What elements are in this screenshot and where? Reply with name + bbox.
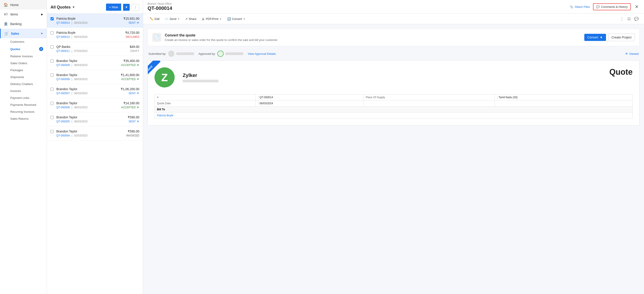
sidebar-item-shipments[interactable]: Shipments	[10, 74, 47, 81]
quote-customer: Brandon Taylor	[56, 73, 118, 77]
quote-status: SENT 👁	[121, 92, 139, 95]
pdf-print-button[interactable]: 🖨 PDF/Print ▼	[200, 16, 224, 22]
quote-list-item[interactable]: Brandon Taylor QT-000006 | 06/03/2023 ₹1…	[47, 98, 143, 112]
pdf-icon: 🖨	[202, 17, 204, 21]
quotes-title[interactable]: All Quotes ▼	[50, 5, 75, 10]
share-button[interactable]: ↗ Share	[183, 16, 199, 22]
items-icon: 🏷	[4, 12, 8, 16]
quote-checkbox[interactable]	[50, 130, 54, 133]
pdf-arrow-icon: ▼	[220, 18, 222, 20]
quote-list-item[interactable]: Brandon Taylor QT-000005 | 06/03/2023 ₹5…	[47, 112, 143, 126]
sidebar-item-sales-orders[interactable]: Sales Orders	[10, 60, 47, 67]
quote-id[interactable]: QT-000011	[56, 50, 70, 53]
create-project-button[interactable]: Create Project	[608, 34, 635, 41]
quote-checkbox[interactable]	[50, 46, 54, 49]
quote-checkbox[interactable]	[50, 116, 54, 119]
quote-checkbox[interactable]	[50, 17, 54, 20]
quote-number-value: : QT-000014	[256, 94, 364, 101]
send-icon: ✉️	[165, 17, 168, 21]
quote-customer: Brandon Taylor	[56, 59, 118, 63]
quote-amount: ₹1,41,600.00 ACCEPTED 👁	[121, 73, 139, 81]
sidebar-item-quotes[interactable]: Quotes +	[10, 45, 47, 53]
quote-date-separator: |	[72, 64, 72, 67]
convert-toolbar-button[interactable]: 🔄 Convert ▼	[225, 16, 248, 22]
add-quote-button[interactable]: +	[39, 47, 43, 51]
attach-files-button[interactable]: 📎 Attach Files	[570, 5, 590, 9]
quote-meta: QT-000009 | 06/03/2023	[56, 64, 118, 67]
submitted-by: Submitted by:	[148, 51, 194, 57]
quote-status: SENT 👁	[124, 21, 139, 24]
quote-date: 06/03/2023	[74, 92, 88, 95]
quote-customer: Brandon Taylor	[56, 130, 124, 133]
toolbar-comment-button[interactable]: 💬	[633, 16, 640, 22]
sidebar-item-payment-links[interactable]: Payment Links	[10, 94, 47, 101]
view-approval-link[interactable]: View Approval Details	[248, 52, 276, 56]
quote-checkbox[interactable]	[50, 88, 54, 91]
sidebar-item-retainer-invoices[interactable]: Retainer Invoices	[10, 53, 47, 60]
detail-panel: Branch: Head Office QT-000014 📎 Attach F…	[143, 0, 644, 294]
sidebar-item-invoices[interactable]: Invoices	[10, 88, 47, 94]
quote-id[interactable]: QT-000007	[56, 92, 70, 95]
customer-link[interactable]: Patricia Boyle	[157, 114, 173, 117]
quote-meta: QT-000007 | 06/03/2023	[56, 92, 118, 95]
send-button[interactable]: ✉️ Send ▼	[162, 16, 182, 22]
quote-id[interactable]: QT-000014	[56, 21, 70, 24]
sidebar-item-items[interactable]: 🏷 Items ▶	[0, 10, 47, 19]
quote-customer: Brandon Taylor	[56, 101, 118, 105]
quote-list-item[interactable]: Brandon Taylor QT-000008 | 06/03/2023 ₹1…	[47, 70, 143, 84]
sidebar-item-recurring-invoices[interactable]: Recurring Invoices	[10, 108, 47, 115]
sidebar-item-payments-received[interactable]: Payments Received	[10, 101, 47, 108]
quote-checkbox[interactable]	[50, 31, 54, 35]
quote-list-item[interactable]: Patricia Boyle QT-000014 | 06/03/2024 ₹1…	[47, 14, 143, 28]
quote-list-more-button[interactable]: ⋮	[132, 4, 139, 11]
edit-button[interactable]: ✏️ Edit	[148, 16, 162, 22]
quote-list-item[interactable]: Brandon Taylor QT-000007 | 06/03/2023 ₹1…	[47, 84, 143, 98]
sidebar: 🏠 Home 🏷 Items ▶ 🏦 Banking 🛒 Sales ▼ Cus…	[0, 0, 47, 294]
quote-id[interactable]: QT-000005	[56, 120, 70, 123]
quote-list-item[interactable]: Brandon Taylor QT-000009 | 06/03/2023 ₹3…	[47, 56, 143, 70]
sidebar-item-sales[interactable]: 🛒 Sales ▼	[0, 29, 47, 38]
convert-button[interactable]: Convert ▼	[584, 34, 606, 41]
eye-icon: 👁	[137, 78, 139, 81]
quote-checkbox[interactable]	[50, 60, 54, 63]
sent-ribbon: Sent	[148, 61, 168, 81]
quote-status: ACCEPTED 👁	[121, 64, 139, 67]
quote-id[interactable]: QT-000006	[56, 106, 70, 109]
quote-id[interactable]: QT-000009	[56, 64, 70, 67]
sidebar-item-home[interactable]: 🏠 Home	[0, 0, 47, 10]
sidebar-item-customers[interactable]: Customers	[10, 38, 47, 45]
toolbar-check-button[interactable]: ☑	[626, 16, 632, 22]
sidebar-item-packages[interactable]: Packages	[10, 67, 47, 74]
approved-by-avatar	[217, 51, 224, 57]
quote-checkbox[interactable]	[50, 74, 54, 77]
quote-items-list: Patricia Boyle QT-000014 | 06/03/2024 ₹1…	[47, 14, 143, 294]
quote-customer: Brandon Taylor	[56, 87, 118, 91]
sales-submenu: Customers Quotes + Retainer Invoices Sal…	[0, 38, 47, 122]
quote-list-item[interactable]: QP Banks QT-000011 | 07/03/2023 $49.00 D…	[47, 42, 143, 56]
quote-status: ACCEPTED 👁	[121, 78, 139, 81]
comments-history-button[interactable]: 💬 Comments & History	[593, 3, 631, 10]
sales-arrow-icon: ▼	[40, 32, 43, 35]
place-of-supply-value: : Tamil Nadu (33)	[495, 94, 632, 101]
detail-quote-id: QT-000014	[148, 5, 172, 11]
close-detail-button[interactable]: ✕	[634, 3, 640, 10]
new-quote-button[interactable]: + New	[106, 4, 121, 11]
sidebar-item-delivery-challans[interactable]: Delivery Challans	[10, 81, 47, 88]
new-quote-split-button[interactable]: ▼	[123, 4, 130, 11]
sidebar-item-banking[interactable]: 🏦 Banking	[0, 19, 47, 29]
customer-cell: Patricia Boyle	[155, 113, 632, 119]
quote-list-item[interactable]: Brandon Taylor QT-000004 | 02/03/2023 ₹5…	[47, 126, 143, 141]
eye-icon: 👁	[625, 52, 628, 56]
quote-checkbox[interactable]	[50, 102, 54, 105]
quote-id[interactable]: QT-000004	[56, 134, 70, 137]
sidebar-item-sales-returns[interactable]: Sales Returns	[10, 115, 47, 122]
quote-id[interactable]: QT-000013	[56, 35, 70, 39]
submitted-by-avatar	[168, 51, 174, 57]
quote-info: Brandon Taylor QT-000009 | 06/03/2023	[56, 59, 118, 67]
quote-amount: ₹590.00 INVOICED	[126, 130, 139, 137]
toolbar-more-button[interactable]: ⋮	[618, 16, 626, 22]
eye-icon: 👁	[137, 106, 139, 109]
eye-icon: 👁	[137, 64, 139, 67]
quote-list-item[interactable]: Patricia Boyle QT-000013 | 06/03/2024 ₹4…	[47, 28, 143, 42]
quote-id[interactable]: QT-000008	[56, 78, 70, 81]
